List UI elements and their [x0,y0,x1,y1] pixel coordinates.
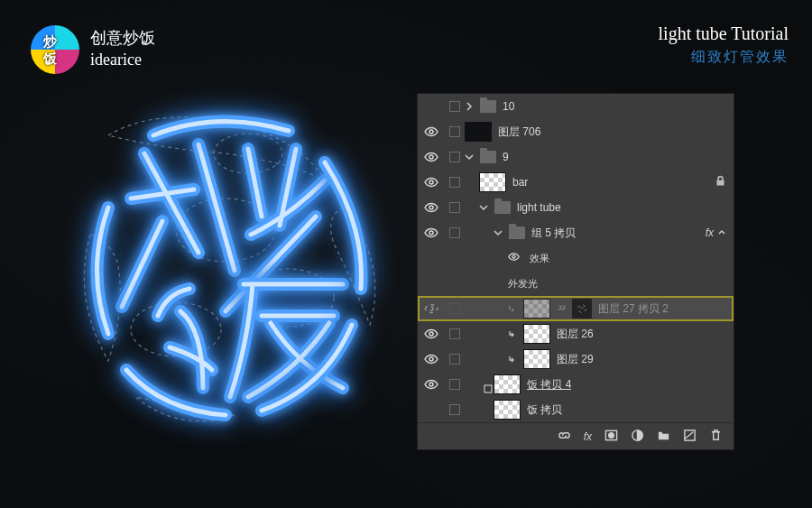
svg-point-16 [429,383,433,386]
eye-icon[interactable] [508,251,520,265]
layer-checkbox[interactable] [449,379,460,390]
layer-group-row[interactable]: 9 [418,144,734,170]
layer-label[interactable]: 饭 拷贝 4 [527,377,571,393]
fx-button[interactable]: fx [584,430,592,443]
layer-label[interactable]: bar [512,176,528,189]
layer-label[interactable]: 图层 29 [557,352,594,367]
layer-checkbox[interactable] [449,404,460,415]
layer-checkbox[interactable] [449,227,460,238]
svg-point-20 [609,432,614,438]
layer-thumbnail[interactable] [523,324,550,344]
new-group-icon[interactable] [657,429,670,445]
svg-point-11 [558,306,561,309]
layer-label[interactable]: 外发光 [508,277,538,291]
layer-label[interactable]: 图层 706 [498,125,540,140]
visibility-toggle[interactable] [418,150,445,164]
layer-thumbnail[interactable] [479,172,506,192]
brand-en: idearice [90,49,155,70]
brand-zh: 创意炒饭 [90,27,155,49]
layer-label[interactable]: 效果 [530,252,549,265]
folder-icon [480,100,496,113]
layer-row[interactable]: 图层 706 [418,119,734,144]
layer-label[interactable]: 饭 拷贝 [527,402,562,418]
panel-footer: fx [418,422,734,449]
layer-label[interactable]: 图层 27 拷贝 2 [598,301,669,317]
tutorial-title-zh: 细致灯管效果 [659,48,789,67]
layer-label[interactable]: 图层 26 [557,327,594,342]
layer-thumbnail[interactable] [465,122,492,142]
layer-row[interactable]: 图层 26 [418,321,734,346]
folder-icon [494,201,511,214]
svg-point-5 [429,155,433,159]
layer-thumbnail[interactable] [494,400,521,420]
brand-text: 创意炒饭 idearice [90,27,155,71]
clip-arrow-icon [508,304,517,313]
svg-point-8 [429,231,433,235]
neon-artwork [54,99,406,442]
layer-fx-row[interactable]: 效果 [418,245,734,271]
svg-point-4 [429,130,433,134]
mask-button-icon[interactable] [604,429,618,445]
adjustment-layer-icon[interactable] [631,429,644,445]
svg-point-9 [512,255,515,258]
lock-icon[interactable] [715,175,726,189]
layer-thumbnail[interactable] [494,374,521,394]
layer-thumbnail[interactable] [523,299,550,319]
layer-group-row[interactable]: 10 [418,94,734,119]
layer-label[interactable]: 组 5 拷贝 [531,226,576,241]
visibility-toggle[interactable] [418,327,445,341]
svg-point-14 [429,332,433,336]
visibility-toggle[interactable] [418,200,445,215]
layer-mask-thumbnail[interactable] [572,299,592,319]
fx-indicator[interactable]: fx [706,226,726,239]
layer-checkbox[interactable] [449,177,460,188]
link-icon[interactable] [557,302,566,315]
tutorial-title-en: light tube Tutorial [659,23,789,44]
folder-icon [509,226,525,239]
layer-row[interactable]: 饭 拷贝 4 [418,372,734,397]
tutorial-title: light tube Tutorial 细致灯管效果 [659,23,789,67]
clip-arrow-icon [508,355,517,364]
visibility-toggle[interactable] [418,377,445,392]
layer-group-row[interactable]: 组 5 拷贝fx [418,220,734,245]
new-layer-icon[interactable] [683,429,697,445]
layer-checkbox[interactable] [449,303,460,314]
svg-point-15 [429,357,433,361]
layer-checkbox[interactable] [449,126,460,137]
layer-checkbox[interactable] [449,101,460,112]
layers-panel: 10图层 7069barlight tube组 5 拷贝fx效果外发光图层 27… [418,94,734,449]
svg-point-13 [578,305,586,313]
clip-arrow-icon [508,329,517,338]
link-layers-icon[interactable] [558,429,571,445]
visibility-toggle[interactable] [418,226,445,240]
layer-row[interactable]: 图层 29 [418,346,734,372]
folder-icon [480,151,496,163]
layer-label[interactable]: light tube [517,201,561,214]
layer-label[interactable]: 10 [503,100,514,113]
visibility-toggle[interactable] [418,352,445,366]
layer-checkbox[interactable] [449,202,460,213]
layer-checkbox[interactable] [449,328,460,339]
layer-label[interactable]: 9 [503,151,509,163]
layer-thumbnail[interactable] [523,349,550,369]
visibility-toggle[interactable] [418,301,445,316]
visibility-toggle[interactable] [418,125,445,139]
layer-checkbox[interactable] [449,354,460,365]
layer-checkbox[interactable] [449,152,460,162]
svg-point-7 [429,206,433,209]
svg-point-6 [429,180,433,184]
layer-row[interactable]: 饭 拷贝 [418,397,734,422]
visibility-toggle[interactable] [418,175,445,189]
layer-fx-row[interactable]: 外发光 [418,271,734,296]
brand-logo [31,25,79,74]
delete-layer-icon[interactable] [709,429,723,445]
svg-point-10 [429,307,433,310]
layer-group-row[interactable]: light tube [418,195,734,220]
layer-row[interactable]: 图层 27 拷贝 2 [418,296,734,321]
layer-row[interactable]: bar [418,170,734,195]
